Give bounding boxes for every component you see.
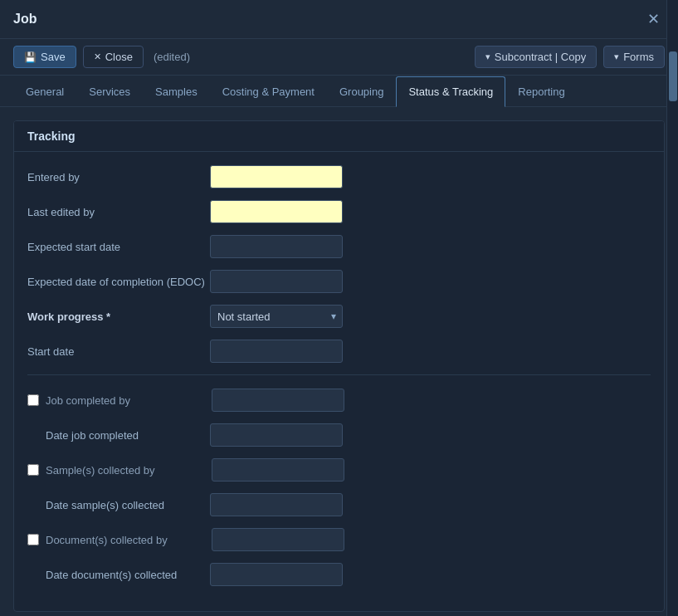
last-edited-by-row: Last edited by — [27, 200, 651, 223]
toolbar-right: ▾ Subcontract | Copy ▾ Forms — [475, 46, 665, 68]
start-date-row: Start date — [27, 340, 651, 363]
edoc-row: Expected date of completion (EDOC) — [27, 270, 651, 293]
documents-collected-by-label: Document(s) collected by — [46, 534, 212, 546]
tab-bar: General Services Samples Costing & Payme… — [0, 76, 678, 107]
date-job-completed-label: Date job completed — [27, 429, 210, 442]
job-modal: Job ✕ 💾 Save ✕ Close (edited) ▾ Subcontr… — [0, 0, 678, 616]
samples-collected-by-row: Sample(s) collected by — [27, 458, 651, 482]
documents-collected-by-input[interactable] — [212, 528, 344, 551]
save-icon: 💾 — [24, 51, 37, 63]
forms-button[interactable]: ▾ Forms — [603, 46, 665, 68]
forms-label: Forms — [623, 51, 654, 63]
section-divider — [27, 374, 651, 375]
close-button[interactable]: ✕ Close — [83, 46, 144, 68]
edoc-input[interactable] — [210, 270, 343, 293]
last-edited-by-label: Last edited by — [27, 206, 210, 218]
subcontract-copy-button[interactable]: ▾ Subcontract | Copy — [475, 46, 597, 68]
tracking-section-header: Tracking — [14, 121, 664, 152]
start-date-input[interactable] — [210, 340, 343, 363]
expected-start-date-label: Expected start date — [27, 241, 210, 253]
entered-by-input[interactable] — [210, 165, 343, 188]
job-completed-by-checkbox[interactable] — [27, 394, 39, 406]
tracking-section: Tracking Entered by Last edited by Expec… — [13, 120, 665, 612]
entered-by-row: Entered by — [27, 165, 651, 188]
modal-header: Job ✕ — [0, 0, 678, 39]
work-progress-select[interactable]: Not started In progress Completed — [210, 305, 343, 328]
expected-start-date-row: Expected start date — [27, 235, 651, 258]
samples-collected-by-input[interactable] — [212, 458, 344, 482]
date-samples-collected-label: Date sample(s) collected — [27, 499, 210, 511]
work-progress-select-wrapper: Not started In progress Completed — [210, 305, 343, 328]
chevron-down-icon: ▾ — [485, 51, 490, 62]
edited-label: (edited) — [154, 51, 190, 63]
tab-costing-payment[interactable]: Costing & Payment — [210, 76, 327, 107]
scrollbar-track — [666, 0, 678, 616]
date-documents-collected-row: Date document(s) collected — [27, 563, 651, 586]
main-content: Tracking Entered by Last edited by Expec… — [0, 107, 678, 616]
scrollbar-thumb[interactable] — [669, 51, 677, 101]
subcontract-copy-label: Subcontract | Copy — [495, 51, 586, 63]
forms-chevron-icon: ▾ — [614, 51, 619, 62]
expected-start-date-input[interactable] — [210, 235, 343, 258]
tab-status-tracking[interactable]: Status & Tracking — [396, 76, 505, 107]
samples-collected-by-checkbox[interactable] — [27, 464, 39, 476]
close-icon: ✕ — [94, 51, 101, 62]
tab-services[interactable]: Services — [76, 76, 143, 107]
toolbar: 💾 Save ✕ Close (edited) ▾ Subcontract | … — [0, 39, 678, 76]
date-documents-collected-input[interactable] — [210, 563, 343, 586]
work-progress-row: Work progress * Not started In progress … — [27, 305, 651, 328]
date-documents-collected-label: Date document(s) collected — [27, 569, 210, 581]
samples-collected-by-label: Sample(s) collected by — [46, 464, 212, 477]
save-label: Save — [41, 51, 66, 63]
date-job-completed-input[interactable] — [210, 423, 343, 447]
date-samples-collected-row: Date sample(s) collected — [27, 493, 651, 516]
date-samples-collected-input[interactable] — [210, 493, 343, 516]
tab-general[interactable]: General — [13, 76, 76, 107]
tracking-section-body: Entered by Last edited by Expected start… — [14, 152, 664, 611]
tab-reporting[interactable]: Reporting — [505, 76, 577, 107]
save-button[interactable]: 💾 Save — [13, 46, 76, 68]
work-progress-label: Work progress * — [27, 310, 210, 323]
modal-title: Job — [13, 12, 37, 27]
tab-samples[interactable]: Samples — [143, 76, 210, 107]
close-label: Close — [105, 51, 133, 63]
date-job-completed-row: Date job completed — [27, 423, 651, 447]
last-edited-by-input[interactable] — [210, 200, 343, 223]
documents-collected-by-checkbox[interactable] — [27, 534, 39, 545]
edoc-label: Expected date of completion (EDOC) — [27, 276, 210, 288]
documents-collected-by-row: Document(s) collected by — [27, 528, 651, 551]
job-completed-by-row: Job completed by — [27, 389, 651, 412]
job-completed-by-label: Job completed by — [46, 394, 212, 407]
job-completed-by-input[interactable] — [212, 389, 344, 412]
start-date-label: Start date — [27, 345, 210, 358]
modal-close-button[interactable]: ✕ — [642, 8, 665, 30]
tab-grouping[interactable]: Grouping — [327, 76, 396, 107]
entered-by-label: Entered by — [27, 171, 210, 183]
